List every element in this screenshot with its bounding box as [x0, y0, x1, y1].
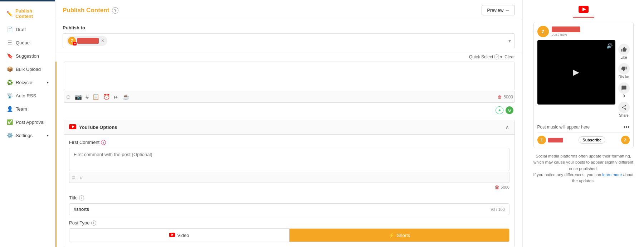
yt-badge [73, 42, 77, 45]
scrollable-content: Publish to Z ✕ ▾ [55, 19, 522, 247]
title-input-wrapper: 93 / 100 [69, 203, 509, 215]
yt-video-area: ▶ 🔊 [537, 40, 615, 105]
sidebar-item-auto-rss[interactable]: 📡 Auto RSS [1, 89, 54, 102]
first-comment-label: First Comment i [69, 140, 509, 145]
volume-icon[interactable]: 🔊 [606, 43, 613, 49]
recycle-icon: ♻️ [6, 79, 13, 85]
preview-note: Social media platforms often update thei… [533, 153, 634, 184]
settings-icon: ⚙️ [6, 132, 13, 138]
toolbar-icons: ☺ 📷 # 📋 ⏰ ⏭ ☕ [65, 93, 130, 100]
sidebar-item-label: Team [16, 106, 27, 112]
share-icon-circle [618, 102, 630, 113]
sidebar-item-draft[interactable]: 📄 Draft [1, 23, 54, 36]
publish-to-container[interactable]: Z ✕ ▾ [63, 33, 515, 48]
dislike-icon-circle [618, 63, 630, 74]
sidebar-item-recycle[interactable]: ♻️ Recycle ▾ [1, 76, 54, 89]
sidebar-item-suggestion[interactable]: 🔖 Suggestion [1, 49, 54, 62]
youtube-options-header[interactable]: YouTube Options ∧ [64, 120, 514, 135]
share-action[interactable]: Share [618, 102, 630, 117]
more-options-btn[interactable]: ••• [624, 124, 630, 130]
youtube-preview-tab[interactable] [573, 4, 594, 18]
clear-button[interactable]: Clear [504, 54, 515, 59]
quick-select-info-icon[interactable]: ? [494, 54, 499, 59]
comment-char-count: 🗑 5000 [69, 184, 509, 190]
like-label: Like [620, 55, 627, 59]
coffee-icon[interactable]: ☕ [122, 93, 130, 100]
quick-select-chevron-icon[interactable]: ▾ [500, 55, 502, 59]
title-input[interactable] [74, 207, 491, 212]
page-title: Publish Content [63, 7, 109, 14]
content-border-section: ☺ 📷 # 📋 ⏰ ⏭ ☕ 🗑 5000 ✦ [55, 62, 522, 247]
clipboard-icon[interactable]: 📋 [92, 93, 99, 100]
play-icon[interactable]: ▶ [573, 68, 579, 77]
char-count: 🗑 5000 [498, 95, 513, 100]
comment-emoji-icon[interactable]: ☺ [71, 174, 76, 180]
shorts-type-button[interactable]: ⚡ Shorts [289, 229, 509, 242]
ai-icon-1[interactable]: ✦ [496, 106, 503, 114]
title-label: Title i [69, 195, 509, 200]
first-comment-info-icon[interactable]: i [101, 140, 106, 145]
account-tags: Z ✕ [67, 36, 107, 46]
like-action[interactable]: Like [618, 44, 630, 59]
emoji-icon[interactable]: ☺ [65, 94, 71, 100]
post-type-label: Post Type i [69, 220, 509, 226]
team-icon: 👤 [6, 106, 13, 112]
sidebar-item-post-approval[interactable]: ✅ Post Approval [1, 116, 54, 129]
preview-tabs [526, 4, 640, 18]
video-type-button[interactable]: Video [69, 229, 289, 242]
comment-trash-icon[interactable]: 🗑 [494, 184, 499, 190]
remove-account-btn[interactable]: ✕ [101, 38, 104, 43]
footer-avatar: Z [537, 136, 546, 144]
learn-more-link[interactable]: learn more [602, 173, 622, 177]
comment-action[interactable]: 0 [618, 82, 630, 98]
quick-select-label[interactable]: Quick Select ? ▾ [469, 54, 502, 59]
sidebar-item-publish-content[interactable]: ✏️ Publish Content [1, 5, 54, 23]
settings-chevron: ▾ [47, 134, 49, 137]
quick-select-bar: Quick Select ? ▾ Clear [55, 52, 522, 62]
sidebar-item-team[interactable]: 👤 Team [1, 102, 54, 115]
title-info-icon[interactable]: i [79, 195, 84, 200]
first-comment-textarea[interactable] [69, 148, 509, 171]
dropdown-chevron-icon[interactable]: ▾ [508, 38, 511, 44]
skip-icon[interactable]: ⏭ [114, 94, 119, 100]
image-icon[interactable]: 📷 [75, 93, 82, 100]
dislike-action[interactable]: Dislike [618, 63, 630, 79]
yt-preview-container: Z Just now ▶ 🔊 [533, 22, 634, 153]
comment-hashtag-icon[interactable]: # [80, 174, 83, 180]
collapse-icon[interactable]: ∧ [505, 124, 509, 131]
page-title-wrapper: Publish Content ? [63, 7, 118, 14]
trash-icon[interactable]: 🗑 [498, 95, 502, 100]
youtube-options-title-text: YouTube Options [79, 125, 117, 130]
youtube-options-section: YouTube Options ∧ First Comment i ☺ [64, 120, 515, 247]
preview-note-prefix: If you notice any differences, you can [533, 173, 602, 177]
yt-preview-card: Z Just now ▶ 🔊 [533, 22, 634, 148]
music-text: Post music will appear here [537, 125, 590, 130]
preview-button[interactable]: Preview → [482, 5, 515, 15]
hashtag-icon[interactable]: # [86, 94, 89, 100]
video-yt-icon [169, 233, 175, 238]
publish-to-label: Publish to [63, 25, 515, 30]
sidebar-item-settings[interactable]: ⚙️ Settings ▾ [1, 129, 54, 142]
recycle-chevron: ▾ [47, 81, 49, 84]
post-textarea[interactable] [64, 62, 515, 90]
video-section: ▶ 🔊 Like Dislike [537, 40, 630, 121]
yt-username-blur [552, 26, 580, 32]
sidebar-item-label: Auto RSS [16, 93, 36, 98]
sidebar-item-label: Post Approval [16, 120, 44, 125]
bulk-upload-icon: 📦 [6, 66, 13, 72]
ai-icon-2[interactable]: G [506, 106, 513, 114]
yt-preview-user-info: Just now [552, 26, 580, 37]
text-area-wrapper: ☺ 📷 # 📋 ⏰ ⏭ ☕ 🗑 5000 [57, 62, 522, 103]
subscribe-button[interactable]: Subscribe [579, 136, 605, 144]
music-bar: Post music will appear here ••• [537, 121, 630, 133]
sidebar-item-bulk-upload[interactable]: 📦 Bulk Upload [1, 63, 54, 76]
sidebar-item-queue[interactable]: ☰ Queue [1, 36, 54, 49]
title-char-count: 93 / 100 [491, 207, 505, 212]
schedule-icon[interactable]: ⏰ [103, 93, 110, 100]
char-count-value: 5000 [503, 95, 513, 100]
sidebar: ✏️ Publish Content 📄 Draft ☰ Queue 🔖 Sug… [0, 0, 55, 247]
help-icon[interactable]: ? [112, 7, 118, 14]
yt-preview-avatar: Z [537, 26, 549, 37]
footer-yt-icon: Z [621, 136, 630, 144]
post-type-info-icon[interactable]: i [91, 221, 96, 226]
